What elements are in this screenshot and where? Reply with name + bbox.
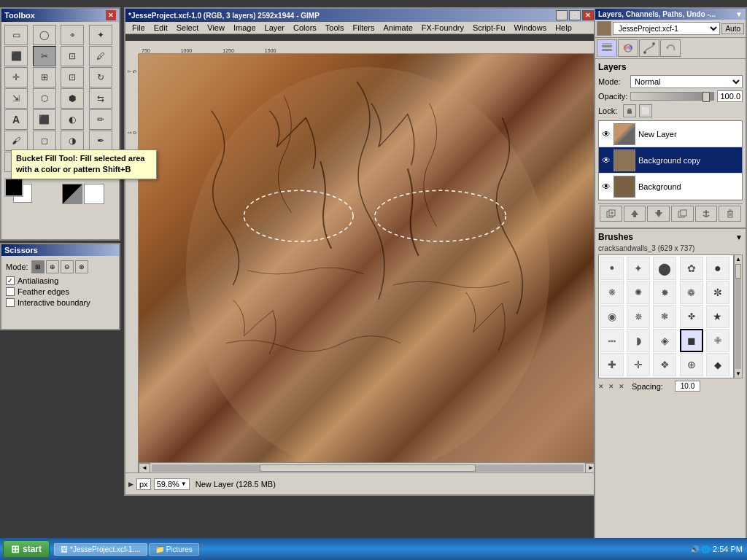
brush-12[interactable]: ✵ [627, 305, 650, 328]
layer-row-background[interactable]: 👁 Background [599, 174, 742, 200]
mode-add-btn[interactable]: ⊕ [46, 260, 59, 273]
minimize-button[interactable]: _ [556, 10, 568, 20]
duplicate-layer-btn[interactable] [671, 206, 694, 222]
tool-scale[interactable]: ⇲ [4, 88, 28, 109]
tool-airbrush[interactable]: ◑ [61, 131, 84, 151]
tool-paths[interactable]: 🖊 [89, 46, 112, 66]
delete-layer-btn[interactable] [719, 206, 741, 222]
tab-channels-icon[interactable] [618, 39, 638, 57]
layer-down-btn[interactable] [647, 206, 670, 222]
new-layer-btn[interactable] [600, 206, 622, 222]
tool-ellipse-select[interactable]: ◯ [33, 25, 56, 45]
interactive-boundary-checkbox[interactable] [6, 298, 15, 307]
tool-align[interactable]: ⊞ [33, 67, 56, 88]
brush-9[interactable]: ❁ [680, 281, 703, 304]
h-scroll-thumb[interactable] [260, 464, 476, 472]
tool-paintbrush[interactable]: 🖌 [4, 131, 28, 151]
lock-alpha-btn[interactable]: ⬜ [639, 104, 652, 117]
menu-select[interactable]: Select [173, 23, 203, 33]
layer-visibility-bg-copy[interactable]: 👁 [600, 155, 612, 166]
unit-selector[interactable]: px [136, 478, 151, 490]
tab-undo-icon[interactable] [660, 39, 681, 57]
brushes-panel-menu[interactable]: ▼ [735, 233, 743, 241]
close-button[interactable]: ✕ [582, 10, 594, 20]
brushes-scroll-down[interactable]: ▼ [735, 370, 741, 377]
menu-layer[interactable]: Layer [261, 23, 289, 33]
brush-8[interactable]: ✸ [653, 281, 676, 304]
mode-dropdown[interactable]: Normal [630, 75, 743, 88]
menu-view[interactable]: View [204, 23, 228, 33]
opacity-slider[interactable] [630, 92, 714, 101]
brush-19-selected[interactable]: ◼ [680, 329, 703, 352]
menu-filters[interactable]: Filters [349, 23, 379, 33]
anchor-layer-btn[interactable] [695, 206, 718, 222]
opacity-value[interactable]: 100.0 [717, 90, 743, 102]
brush-15[interactable]: ★ [706, 305, 729, 328]
tool-eraser[interactable]: ◻ [33, 131, 56, 151]
brush-10[interactable]: ✼ [706, 281, 729, 304]
tab-layers-icon[interactable] [597, 39, 617, 57]
tool-flip[interactable]: ⇆ [89, 88, 112, 109]
maximize-button[interactable]: □ [569, 10, 581, 20]
tool-text[interactable]: A [4, 109, 28, 130]
interactive-boundary-row[interactable]: Interactive boundary [6, 298, 115, 307]
brush-4[interactable]: ✿ [680, 257, 703, 280]
tool-perspective[interactable]: ⬢ [61, 88, 84, 109]
brush-20[interactable]: ✙ [706, 329, 729, 352]
tab-paths-icon[interactable] [639, 39, 659, 57]
menu-image[interactable]: Image [230, 23, 260, 33]
brush-3[interactable]: ⬤ [653, 257, 676, 280]
tool-foreground-select[interactable]: ⊡ [61, 46, 84, 66]
layer-row-new-layer[interactable]: 👁 New Layer [599, 121, 742, 147]
tool-rotate[interactable]: ↻ [89, 67, 112, 88]
brush-foreground[interactable] [62, 184, 82, 204]
brush-14[interactable]: ✤ [680, 305, 703, 328]
start-button[interactable]: ⊞ start [3, 540, 50, 558]
menu-help[interactable]: Help [551, 23, 576, 33]
auto-button[interactable]: Auto [721, 23, 744, 34]
tool-pencil[interactable]: ✏ [89, 109, 112, 130]
tool-shear[interactable]: ⬡ [33, 88, 56, 109]
brush-5[interactable]: ● [706, 257, 729, 280]
taskbar-pictures-item[interactable]: 📁 Pictures [149, 543, 199, 556]
mode-intersect-btn[interactable]: ⊗ [75, 260, 88, 273]
brush-6[interactable]: ❋ [600, 281, 624, 304]
brush-11[interactable]: ◉ [600, 305, 624, 328]
brush-23[interactable]: ❖ [653, 353, 676, 376]
brush-16[interactable]: ▪▪▪ [600, 329, 624, 352]
menu-colors[interactable]: Colors [290, 23, 320, 33]
menu-edit[interactable]: Edit [150, 23, 171, 33]
feather-edges-row[interactable]: Feather edges [6, 287, 115, 296]
layer-row-background-copy[interactable]: 👁 Background copy [599, 147, 742, 174]
menu-fxfoundry[interactable]: FX-Foundry [418, 23, 468, 33]
foreground-color-swatch[interactable] [4, 178, 23, 197]
tool-by-color[interactable]: ⬛ [4, 46, 28, 66]
scroll-left-btn[interactable]: ◄ [139, 463, 150, 473]
spacing-input[interactable]: 10.0 [675, 381, 700, 392]
brush-2[interactable]: ✦ [627, 257, 650, 280]
lock-pixels-btn[interactable] [623, 104, 636, 117]
menu-tools[interactable]: Tools [322, 23, 348, 33]
menu-scriptfu[interactable]: Script-Fu [469, 23, 509, 33]
tool-rect-select[interactable]: ▭ [4, 25, 28, 45]
layer-visibility-new[interactable]: 👁 [600, 128, 612, 140]
brush-17[interactable]: ◗ [627, 329, 650, 352]
antialiasing-checkbox[interactable] [6, 276, 15, 285]
zoom-dropdown-arrow[interactable]: ▼ [181, 481, 187, 487]
file-dropdown[interactable]: JesseProject.xcf-1 [613, 22, 720, 35]
layers-panel-menu-btn[interactable]: ▼ [735, 10, 743, 18]
layer-up-btn[interactable] [624, 206, 646, 222]
feather-edges-checkbox[interactable] [6, 287, 15, 296]
horizontal-scrollbar[interactable]: ◄ ► [139, 462, 597, 472]
brush-21[interactable]: ✚ [600, 353, 624, 376]
canvas-area[interactable] [139, 54, 597, 472]
h-scroll-track[interactable] [152, 464, 584, 472]
brush-25[interactable]: ◆ [706, 353, 729, 376]
tool-move[interactable]: ✛ [4, 67, 28, 88]
toolbox-close-button[interactable]: ✕ [106, 10, 116, 20]
brushes-scroll-up[interactable]: ▲ [735, 256, 741, 262]
brush-1[interactable]: • [600, 257, 624, 280]
tool-ink[interactable]: ✒ [89, 131, 112, 151]
brush-7[interactable]: ✺ [627, 281, 650, 304]
tool-blend[interactable]: ◐ [61, 109, 84, 130]
